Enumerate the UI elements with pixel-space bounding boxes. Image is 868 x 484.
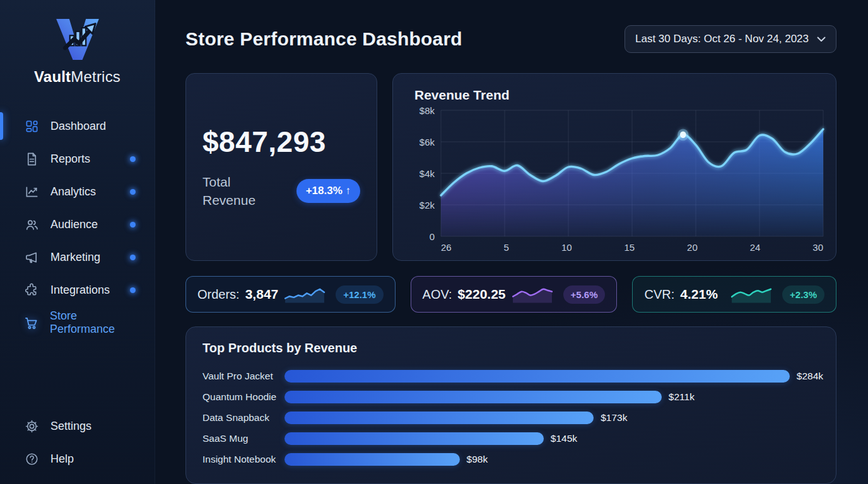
sidebar-item-audience[interactable]: Audience	[0, 208, 155, 241]
sidebar-item-label: Audience	[50, 218, 98, 231]
sidebar-item-label: Help	[50, 452, 74, 466]
chart-line-icon	[24, 184, 39, 199]
revenue-trend-chart: $8k $6k $4k $2k 0	[406, 110, 823, 253]
notification-dot	[130, 255, 136, 260]
sidebar-item-label: Reports	[50, 153, 90, 166]
y-tick-label: $6k	[419, 137, 435, 147]
product-bar	[284, 391, 662, 403]
help-circle-icon	[24, 451, 39, 466]
product-bar-track: $284k	[284, 370, 823, 383]
puzzle-icon	[24, 282, 39, 297]
orders-kpi-card: Orders: 3,847 +12.1%	[185, 276, 396, 313]
sidebar-item-label: Analytics	[50, 185, 96, 199]
main-content: Store Performance Dashboard Last 30 Days…	[155, 0, 868, 484]
x-tick-label: 15	[624, 242, 635, 253]
kpi-change-badge: +2.3%	[782, 285, 824, 304]
product-bar	[284, 453, 460, 466]
product-bar-track: $211k	[284, 391, 823, 403]
date-range-selector[interactable]: Last 30 Days: Oct 26 - Nov 24, 2023	[625, 25, 836, 53]
kpi-label: CVR:	[644, 287, 674, 302]
total-revenue-card: $847,293 Total Revenue +18.3% ↑	[185, 73, 377, 261]
kpi-value: 4.21%	[680, 287, 718, 302]
revenue-trend-svg	[441, 110, 823, 236]
product-bar-track: $145k	[284, 432, 823, 445]
product-row: Quantum Hoodie $211k	[199, 386, 823, 407]
product-name: Quantum Hoodie	[199, 391, 284, 403]
dashboard-grid-icon	[24, 118, 39, 134]
sidebar-item-label: Settings	[50, 420, 91, 433]
x-axis: 26 5 10 15 20 24 30	[441, 236, 823, 253]
y-axis: $8k $6k $4k $2k 0	[406, 110, 435, 236]
sidebar-item-reports[interactable]: Reports	[0, 142, 155, 175]
total-revenue-value: $847,293	[202, 125, 360, 159]
vaultmetrics-logo-icon	[48, 15, 107, 63]
product-row: Vault Pro Jacket $284k	[199, 366, 823, 386]
highlight-data-point	[680, 132, 686, 138]
sidebar-item-label: Integrations	[50, 284, 110, 297]
sidebar-item-store-performance[interactable]: Store Performance	[0, 306, 155, 339]
sidebar-item-marketing[interactable]: Marketing	[0, 241, 155, 274]
product-bar-track: $98k	[284, 453, 823, 466]
sidebar-item-help[interactable]: Help	[0, 442, 155, 475]
kpi-label: Orders:	[197, 287, 240, 302]
sidebar-item-analytics[interactable]: Analytics	[0, 175, 155, 208]
y-tick-label: 0	[430, 231, 435, 242]
page-title: Store Performance Dashboard	[185, 28, 462, 50]
notification-dot	[130, 189, 136, 195]
sidebar-item-settings[interactable]: Settings	[0, 410, 155, 442]
y-tick-label: $2k	[419, 200, 435, 210]
x-tick-label: 5	[504, 242, 509, 253]
product-row: SaaS Mug $145k	[199, 428, 823, 449]
product-name: Insight Notebook	[199, 454, 284, 465]
megaphone-icon	[24, 250, 39, 265]
sidebar-footer: Settings Help	[0, 410, 155, 475]
page-header: Store Performance Dashboard Last 30 Days…	[185, 25, 836, 53]
sidebar-item-integrations[interactable]: Integrations	[0, 274, 155, 306]
top-products-title: Top Products by Revenue	[202, 341, 823, 355]
revenue-trend-card: Revenue Trend $8k $6k $4k $2k 0	[392, 73, 836, 261]
x-tick-label: 10	[561, 242, 572, 253]
orders-sparkline	[284, 285, 326, 303]
kpi-change-badge: +5.6%	[563, 285, 606, 304]
sidebar-item-label: Dashboard	[50, 120, 106, 133]
sidebar-item-label: Marketing	[50, 251, 100, 264]
gear-icon	[24, 418, 39, 434]
brand-name-bold: Vault	[34, 68, 71, 85]
brand-name-light: Metrics	[71, 68, 120, 85]
notification-dot	[130, 222, 136, 228]
product-name: Vault Pro Jacket	[199, 371, 284, 382]
y-tick-label: $8k	[419, 105, 435, 116]
product-value: $284k	[797, 371, 823, 382]
product-value: $173k	[601, 412, 627, 424]
date-range-label: Last 30 Days: Oct 26 - Nov 24, 2023	[635, 33, 809, 45]
plot-area	[441, 110, 823, 236]
product-bar	[284, 412, 594, 424]
revenue-change-badge: +18.3% ↑	[296, 179, 360, 203]
x-tick-label: 30	[812, 242, 823, 253]
active-indicator-bar	[0, 112, 3, 140]
kpi-label: AOV:	[423, 287, 452, 302]
kpi-change-badge: +12.1%	[336, 285, 383, 304]
top-products-card: Top Products by Revenue Vault Pro Jacket…	[185, 326, 836, 484]
total-revenue-label: Total Revenue	[202, 173, 273, 210]
product-value: $145k	[551, 433, 577, 444]
product-row: Data Snapback $173k	[199, 407, 823, 428]
kpi-value: $220.25	[458, 287, 506, 302]
product-bar	[284, 432, 544, 445]
sidebar-item-dashboard[interactable]: Dashboard	[0, 110, 155, 142]
product-value: $98k	[467, 454, 488, 465]
sidebar: VaultMetrics Dashboard Reports	[0, 0, 155, 484]
product-bar-track: $173k	[284, 412, 823, 424]
revenue-trend-title: Revenue Trend	[414, 88, 823, 103]
x-tick-label: 24	[750, 242, 761, 253]
shopping-cart-icon	[24, 315, 38, 330]
product-bar	[284, 370, 790, 383]
x-tick-label: 26	[441, 242, 452, 253]
cvr-sparkline	[730, 285, 772, 303]
cvr-kpi-card: CVR: 4.21% +2.3%	[632, 276, 836, 313]
summary-row: $847,293 Total Revenue +18.3% ↑ Revenue …	[185, 73, 836, 261]
notification-dot	[130, 156, 136, 162]
kpi-row: Orders: 3,847 +12.1% AOV: $220.25 +5.6% …	[185, 276, 836, 313]
sidebar-nav: Dashboard Reports Analytics	[0, 110, 155, 339]
product-row: Insight Notebook $98k	[199, 449, 823, 470]
